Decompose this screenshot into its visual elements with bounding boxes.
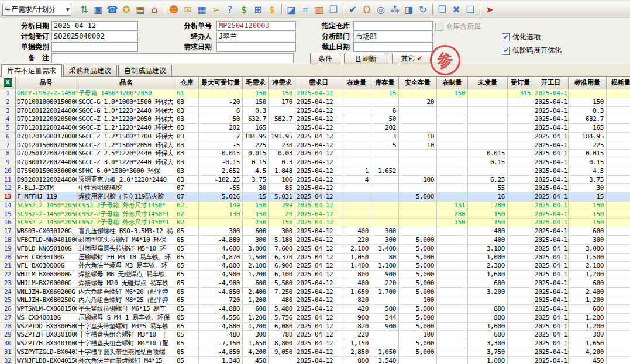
remote-icon[interactable]: ◨ [402,3,416,16]
table-row[interactable]: 4D7Q1201220020500GSGCC-Z 1.2*1220*2050 环… [0,115,630,124]
table-row[interactable]: 1OBZY-C952-2-1450*2(子母箱 1450*1200*205001… [0,89,630,98]
low-code-checkbox[interactable]: 低阶码展开优化 [502,46,562,56]
table-row[interactable]: 31WSZPYTZGLD-BX04015十字槽平圆头带垫燕尾钻自攻螺05-4,8… [0,348,630,357]
column-header[interactable]: 受订量 [508,77,533,89]
home-icon[interactable]: ⌂ [147,3,161,16]
table-row[interactable]: 13F-MFFHJ-119焊接用密封胶（卡立119防火胶07-5,016155,… [0,193,630,202]
refresh-arrows-icon[interactable]: ↻ [416,3,430,16]
table-row[interactable]: 7D7Q1201500020500GSGCC-Z 1.2*1500*2050 环… [0,141,630,150]
money-icon[interactable]: $ [237,3,251,16]
tab-self-made-suggestion[interactable]: 自制成品建议 [118,65,172,76]
column-header[interactable]: 开工日 [533,77,569,89]
operator-input[interactable]: J翠兰 [216,32,296,41]
key-icon[interactable]: ➢ [209,3,223,16]
req-date-input[interactable] [216,42,296,52]
table-row[interactable]: 16SC952-2-1450*2050-1C952-2子母箱 外形尺寸1450*… [0,219,630,227]
table-row[interactable]: 3D7Q1001220024400GSGCC-G 1.0*1220*2440 环… [0,107,630,116]
table-row[interactable]: 28WSZPTDD-BX030050G十字盘头带垫螺钉 M3*5 易车铁05-4… [0,323,630,331]
lock-key-icon[interactable]: ✪ [119,3,133,16]
table-row[interactable]: 25WNLJZH-BX080250G内六角组合螺钉 M8*25（配平弹05720… [0,296,630,305]
table-row[interactable]: 9D7Q3001220024400GSGCC-Z 3.0*1220*2440 环… [0,158,630,167]
refresh-button[interactable]: R 刷新 [344,53,388,64]
other-button[interactable]: 其它 ✔ [392,53,432,64]
column-header[interactable]: 需求日 [295,77,342,89]
plan-order-input[interactable]: SO2025040002 [51,32,138,41]
table-row[interactable]: 29WSZPTZH-BX030100G十字槽盘头组合螺钉 M3*10 （05-4… [0,331,630,339]
salary-icon[interactable]: $ [265,3,279,16]
card-icon[interactable]: ▦ [195,3,209,16]
table-row[interactable]: 27WS-CX040010G压铆螺母 S-M4-1 易车铁、环保05-4,556… [0,314,630,323]
table-row[interactable]: 26WPTSWLM-CX060150G平头竖纹拉铆螺母 M6*15 易车05-4… [0,305,630,314]
approve-icon[interactable]: ✔ [346,3,360,16]
table-row[interactable]: 18WFBCTLD-NN040100G封闭型沉头拉铆钉 M4*10 环保05-4… [0,236,630,245]
column-header[interactable]: 损耗量 [607,77,630,89]
column-header[interactable]: 标准用量 [569,77,607,89]
table-row[interactable]: 5D7Q1201220024400GSGCC-Z 1.2*1220*2440 环… [0,124,630,133]
column-header[interactable]: 安全存量 [399,77,437,89]
table-row[interactable]: 32WYNJFLDD-BX040150G外六角法兰面带齿螺钉 M4*15051,… [0,357,630,364]
table-row[interactable]: 23WHJLM-BX200000G焊接螺母 M20 无碰焊点 易车铁05-4,9… [0,279,630,288]
dept-input[interactable]: 市场部 [353,32,433,41]
remark-input[interactable] [51,53,294,63]
table-row[interactable]: 24WNLJZH-BX060200G内六角组合螺钉 M6*20（配平弹05-4,… [0,288,630,297]
table-row[interactable]: 19WFBLD-NN050100G封闭型扁圆头拉铆钉 M5*10 环05-4,6… [0,245,630,254]
column-header[interactable]: 库存量 [371,77,399,89]
column-header[interactable]: 在制量 [437,77,468,89]
alarm-icon[interactable]: Ω [360,3,374,16]
table-row[interactable]: 14SC952-2-1450*2050-1C952-2子母箱 外形尺寸1450*… [0,202,630,210]
deadline-input[interactable] [353,42,433,52]
column-header[interactable]: 在途量 [342,77,371,89]
table-row[interactable]: 6D7Q1201500017000GSGCC-Z 1.2*1500*1700 环… [0,133,630,141]
column-header[interactable]: 品号 [16,77,77,89]
tab-purchase-suggestion[interactable]: 采购商品建议 [63,65,117,76]
warehouse-input[interactable] [353,21,433,31]
report-icon[interactable]: ◪ [284,3,298,16]
condition-button[interactable]: 条件 [310,53,340,64]
column-header[interactable]: 净需求 [269,77,295,89]
table-row[interactable]: 30WSZPTZH-BX040100G十字槽盘头组合螺钉 M4*10（配05-7… [0,339,630,348]
table-row[interactable]: 15SC952-2-1450*2050-1C952-2子母箱 外形尺寸1450*… [0,210,630,219]
module-selector[interactable]: 生产需求/计划分 ▼ [2,4,71,16]
archive-icon[interactable]: ▥ [312,3,326,16]
mail-icon[interactable]: ✉ [181,3,195,16]
users-icon[interactable]: ☻ [167,3,181,16]
cart-icon[interactable]: ⊞ [251,3,265,16]
table-row[interactable]: 22WHJLM-BX080000G焊接螺母 M8 无碰焊点 易车铁05-4,90… [0,271,630,279]
window-icon[interactable]: ❒ [435,3,449,16]
column-header[interactable]: 最大可受订量 [199,77,243,89]
warehouse-include-checkbox[interactable]: 仓库含所属 [435,22,481,32]
table-row[interactable]: 20WFH-CX030100G压铆螺钉 FH-M3-10 易车铁、环05-4,8… [0,254,630,262]
doc-type-input[interactable] [51,42,138,52]
cell [437,124,468,133]
close-window-icon[interactable]: ✖ [449,3,463,16]
copy-icon[interactable]: ❐ [326,3,340,16]
tab-inventory-shortage[interactable]: 库存不足量需求 [1,64,62,77]
column-header[interactable]: 未发量 [468,77,508,89]
briefcase-icon[interactable]: ▤ [133,3,147,16]
workflow-icon[interactable]: ⇅ [77,3,91,16]
phone-icon[interactable]: ☎ [105,3,119,16]
doc-search-icon[interactable]: ◎ [374,3,388,16]
column-header[interactable]: 仓库 [175,77,199,89]
table-row[interactable]: 11D932001220024400G透明亚克力板 2.0*1220*24400… [0,176,630,185]
table-row[interactable]: 8D7Q2501220024400GSGCC-Z 2.5*1220*2440 环… [0,150,630,158]
column-header-export[interactable]: X [0,77,16,89]
optimize-checkbox[interactable]: 优化选项 [502,32,541,42]
analysis-date-input[interactable]: 2025-04-12 [51,21,138,31]
table-row[interactable]: 10D7S6001500030000GSPHC 6.0*1500*3000 环保… [0,167,630,176]
cell [508,202,533,210]
computer-icon[interactable]: ▣ [91,3,105,16]
analysis-no-input[interactable]: MP2504120003 [216,21,296,31]
table-row[interactable]: 12F-BLJ-ZXTM中性透明玻璃胶07-5530852025-04-1255… [0,184,630,193]
calculator-icon[interactable]: ⌗ [298,3,312,16]
network-icon[interactable]: ⁂ [388,3,402,16]
column-header[interactable]: 毛需求 [243,77,269,89]
table-row[interactable]: 2D7Q1001000015000GSGCC-G 1.0*1000*1500 环… [0,98,630,107]
excel-export-icon[interactable]: X [4,78,12,87]
exit-icon[interactable]: ➤ [483,3,497,16]
column-header[interactable]: 品名 [77,77,175,89]
table-row[interactable]: 17WBS03-CX030120G盲孔压铆螺柱 BSO-3.5M3-12 易05… [0,227,630,236]
cascade-icon[interactable]: ❏ [463,3,477,16]
help-icon[interactable]: ? [223,3,237,16]
table-row[interactable]: 21WFL-BX030000G外六角法兰螺母 M3 易车铁、环05-4,8002… [0,262,630,271]
